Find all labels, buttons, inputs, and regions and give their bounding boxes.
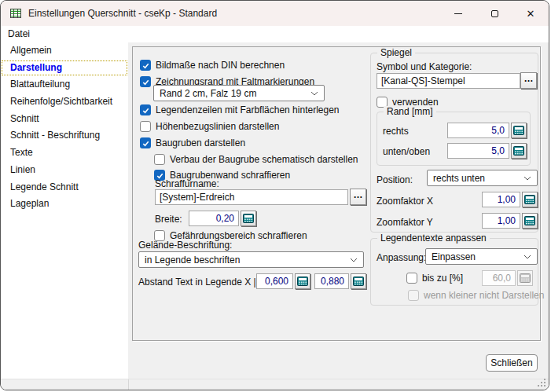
checkbox-legendenzeilen[interactable]: Legendenzeilen mit Farbflächen hinterleg…: [140, 104, 340, 116]
checkbox-hoehenbezug[interactable]: Höhenbezugslinien darstellen: [140, 120, 279, 133]
menu-item-datei[interactable]: Datei: [1, 26, 36, 42]
sidebar-item-darstellung[interactable]: Darstellung: [1, 60, 128, 77]
rand-mm-group-title: Rand [mm]: [384, 106, 436, 117]
checkbox-checked-icon[interactable]: [140, 104, 151, 115]
symbol-kategorie-label: Symbol und Kategorie:: [377, 61, 472, 72]
abstand-label: Abstand Text in Legende X | Y:: [138, 277, 266, 288]
checkbox-checked-icon[interactable]: [140, 76, 151, 87]
calculator-icon: [524, 216, 535, 225]
checkbox-bildmasse[interactable]: Bildmaße nach DIN berechnen: [140, 59, 285, 71]
checkbox-disabled-icon: [408, 290, 419, 301]
zoomfaktor-y-field[interactable]: 1,00: [482, 213, 520, 229]
abstand-y-field[interactable]: 0,880: [314, 273, 349, 289]
close-button[interactable]: ✕: [512, 1, 549, 26]
checkbox-checked-icon[interactable]: [140, 60, 151, 71]
field-value: 0,20: [216, 213, 234, 224]
field-value: 1,00: [498, 215, 516, 226]
checkbox-unchecked-icon[interactable]: [140, 121, 151, 132]
breite-field[interactable]: 0,20: [189, 211, 239, 226]
dropdown-value: rechts unten: [433, 173, 485, 184]
spiegel-group-title: Spiegel: [377, 47, 415, 58]
sidebar-item-schnitt-beschriftung[interactable]: Schnitt - Beschriftung: [1, 127, 128, 145]
minimize-button[interactable]: [440, 1, 476, 26]
abstand-y-calculator-button[interactable]: [351, 273, 366, 289]
sidebar-item-allgemein[interactable]: Allgemein: [1, 42, 128, 60]
calculator-icon: [524, 195, 535, 204]
anpassung-dropdown[interactable]: Einpassen: [425, 248, 538, 265]
anpassung-label: Anpassung:: [377, 252, 426, 263]
button-label: Schließen: [490, 357, 532, 368]
rechts-field[interactable]: 5,0: [447, 123, 509, 138]
ellipsis-icon: …: [354, 190, 363, 200]
bis-zu-calculator-button-disabled: [517, 270, 533, 286]
checkbox-checked-icon[interactable]: [140, 137, 151, 148]
calculator-icon: [297, 277, 308, 286]
schraffurname-browse-button[interactable]: …: [350, 189, 366, 205]
checkbox-baugruben[interactable]: Baugruben darstellen: [140, 137, 245, 149]
unten-oben-label: unten/oben: [383, 146, 430, 157]
rechts-calculator-button[interactable]: [511, 123, 527, 138]
breite-label: Breite:: [155, 214, 182, 225]
gelaende-dropdown[interactable]: in Legende beschriften: [138, 251, 364, 268]
zoomfaktor-x-calculator-button[interactable]: [522, 192, 538, 207]
field-value: 0,600: [265, 276, 288, 287]
field-value: 5,0: [491, 145, 505, 156]
sidebar-item-lageplan[interactable]: Lageplan: [1, 196, 128, 213]
schraffurname-field[interactable]: [System]-Erdreich: [155, 189, 348, 205]
chevron-down-icon: [523, 255, 531, 259]
chevron-down-icon: [350, 258, 358, 262]
position-dropdown[interactable]: rechts unten: [427, 170, 538, 186]
sidebar-item-legende-schnitt[interactable]: Legende Schnitt: [1, 179, 128, 196]
field-value: 1,00: [498, 194, 516, 205]
rechts-field-group: 5,0: [447, 123, 527, 138]
chevron-down-icon: [523, 176, 531, 181]
app-icon: [9, 7, 22, 20]
zoomfaktor-y-field-group: 1,00: [482, 213, 538, 229]
checkbox-label: Baugruben darstellen: [156, 137, 245, 148]
abstand-x-calculator-button[interactable]: [295, 273, 310, 289]
field-value: [System]-Erdreich: [160, 192, 234, 203]
checkbox-wenn-kleiner-disabled: wenn kleiner nicht Darstellen: [408, 289, 544, 302]
checkbox-verbau[interactable]: Verbau der Baugrube schematisch darstell…: [154, 153, 358, 166]
close-icon: ✕: [527, 9, 535, 19]
zoomfaktor-x-label: Zoomfaktor X: [377, 196, 433, 207]
calculator-icon: [353, 277, 364, 286]
dropdown-value: Einpassen: [432, 251, 476, 262]
zoomfaktor-y-calculator-button[interactable]: [522, 213, 538, 229]
breite-calculator-button[interactable]: [241, 211, 256, 226]
sidebar-item-texte[interactable]: Texte: [1, 145, 128, 162]
abstand-x-field-group: 0,600: [256, 273, 310, 289]
zoomfaktor-x-field[interactable]: 1,00: [482, 192, 520, 207]
sidebar-item-schnitt[interactable]: Schnitt: [1, 111, 128, 128]
symbol-kategorie-field[interactable]: [Kanal-QS]-Stempel: [377, 73, 520, 89]
zoomfaktor-y-label: Zoomfaktor Y: [377, 217, 433, 228]
unten-oben-field[interactable]: 5,0: [447, 143, 509, 159]
maximize-button[interactable]: [476, 1, 512, 26]
status-bar: [1, 379, 549, 390]
field-value: 60,0: [493, 273, 511, 284]
abstand-y-field-group: 0,880: [314, 273, 366, 289]
checkbox-label: Bildmaße nach DIN berechnen: [156, 60, 285, 71]
checkbox-label: Verbau der Baugrube schematisch darstell…: [170, 154, 358, 165]
checkbox-bis-zu[interactable]: bis zu [%]: [406, 272, 463, 284]
schliessen-button[interactable]: Schließen: [486, 354, 538, 372]
zoomfaktor-x-field-group: 1,00: [482, 192, 538, 207]
sidebar-item-reihenfolge[interactable]: Reihenfolge/Sichtbarkeit: [1, 93, 128, 111]
sidebar-item-blattaufteilung[interactable]: Blattaufteilung: [1, 76, 128, 93]
checkbox-unchecked-icon[interactable]: [406, 273, 417, 284]
resize-grip[interactable]: [538, 379, 546, 387]
maximize-icon: [491, 10, 498, 17]
sidebar-item-linien[interactable]: Linien: [1, 162, 128, 179]
rand-falz-dropdown[interactable]: Rand 2 cm, Falz 19 cm: [153, 85, 325, 101]
unten-oben-calculator-button[interactable]: [511, 143, 527, 159]
window-controls: ✕: [440, 1, 549, 26]
bis-zu-field-disabled: 60,0: [482, 270, 516, 286]
bis-zu-field-group: 60,0: [482, 270, 533, 286]
dropdown-value: Rand 2 cm, Falz 19 cm: [160, 88, 256, 99]
rechts-label: rechts: [383, 126, 409, 137]
symbol-kategorie-browse-button[interactable]: …: [520, 72, 537, 89]
window-title: Einstellungen Querschnitt - cseKp - Stan…: [28, 8, 217, 19]
checkbox-unchecked-icon[interactable]: [154, 154, 165, 165]
abstand-x-field[interactable]: 0,600: [256, 273, 293, 289]
dialog-window: Einstellungen Querschnitt - cseKp - Stan…: [0, 0, 549, 390]
